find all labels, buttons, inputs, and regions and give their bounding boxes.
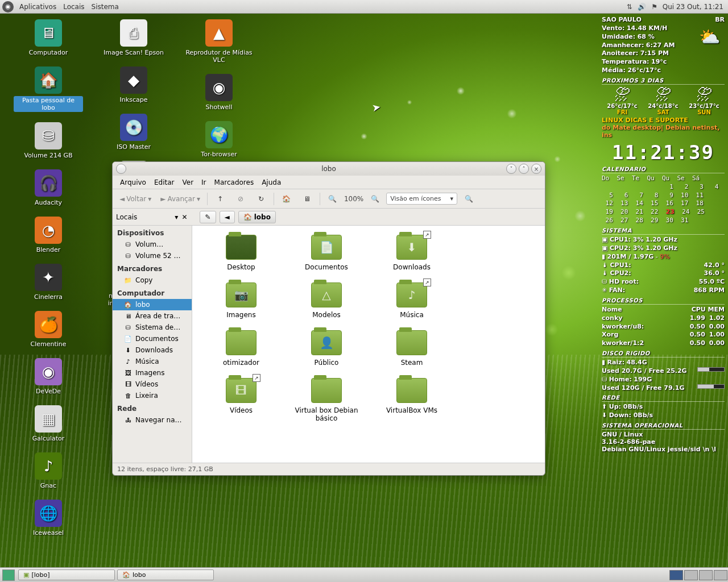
menubar-item[interactable]: Ir: [197, 178, 210, 186]
file-item[interactable]: VirtualBox VMs: [372, 378, 452, 422]
sidebar: Dispositivos⛁Volum…⛁Volume 52 …Marcadore…: [113, 226, 192, 463]
file-manager-window: lobo ˅ ˄ × ArquivoEditarVerIrMarcadoresA…: [112, 161, 545, 476]
sidebar-item[interactable]: 🏠lobo: [113, 299, 192, 310]
file-item[interactable]: Steam: [372, 330, 452, 367]
sidebar-item[interactable]: ⛁Volum…: [113, 239, 192, 250]
sidebar-item[interactable]: ⛁Volume 52 …: [113, 250, 192, 261]
sidebar-item[interactable]: ⛁Sistema de…: [113, 322, 192, 333]
sidebar-item[interactable]: 🖧Navegar na…: [113, 414, 192, 426]
show-desktop-button[interactable]: [2, 569, 15, 581]
workspace-3[interactable]: [699, 570, 713, 580]
up-button[interactable]: ↑: [211, 191, 229, 207]
taskbar-item[interactable]: ▣[lobo]: [18, 569, 115, 580]
desktop-icon[interactable]: 💿ISO Master: [97, 111, 171, 153]
sidebar-item[interactable]: 🖥Área de tra…: [113, 310, 192, 322]
zoom-label: 100%: [344, 195, 363, 203]
system-tray: ⇅ 🔊 ⚑ Qui 23 Out, 11:21: [625, 2, 728, 11]
places-close-icon[interactable]: ✕: [181, 213, 187, 221]
desktop-icon[interactable]: ⎙Image Scan! Epson: [97, 17, 171, 59]
desktop-icon[interactable]: 🖥Computador: [11, 17, 85, 59]
sidebar-item[interactable]: 🖼Imagens: [113, 367, 192, 379]
path-crumb-lobo[interactable]: 🏠lobo: [238, 211, 276, 223]
desktop-icon[interactable]: ✦Cinelerra: [11, 261, 85, 303]
desktop-icon[interactable]: 🎧Audacity: [11, 167, 85, 209]
desktop-icon[interactable]: ◉DeVeDe: [11, 356, 85, 397]
main-menu-icon[interactable]: ◉: [2, 1, 14, 13]
taskbar-item[interactable]: 🏠lobo: [117, 569, 214, 580]
file-item[interactable]: 🎞↗Vídeos: [201, 378, 281, 422]
menubar: ArquivoEditarVerIrMarcadoresAjuda: [113, 176, 545, 189]
menu-aplicativos[interactable]: Aplicativos: [16, 3, 60, 11]
file-grid[interactable]: Desktop📄Documentos⬇↗Downloads📷Imagens△Mo…: [192, 226, 545, 463]
menu-locais[interactable]: Locais: [60, 3, 88, 11]
desktop-icon[interactable]: ♪Gnac: [11, 450, 85, 492]
statusbar: 12 itens, espaço livre: 27,1 GB: [113, 463, 545, 475]
desktop-icon[interactable]: 🌍Tor-browser: [182, 119, 256, 160]
desktop-icon[interactable]: ◔Blender: [11, 214, 85, 256]
sidebar-header: Marcadores: [113, 261, 192, 275]
file-item[interactable]: 📄Documentos: [287, 235, 366, 271]
file-item[interactable]: ♪↗Música: [372, 282, 452, 319]
close-button[interactable]: ×: [531, 164, 541, 174]
minimize-button[interactable]: ˅: [506, 164, 516, 174]
file-item[interactable]: 👤Público: [287, 330, 366, 367]
view-mode-select[interactable]: Visão em ícones▾: [386, 193, 457, 205]
desktop-icon[interactable]: ▲Reprodutor de Mídias VLC: [182, 17, 256, 66]
conky-overlay: SAO PAULOBR ⛅ Vento: 14.48 KM/H Umidade:…: [602, 16, 725, 453]
desktop-icon[interactable]: ◆Inkscape: [97, 64, 171, 106]
desktop-icon[interactable]: ⛁Volume 214 GB: [11, 120, 85, 161]
sidebar-item[interactable]: 🎞Vídeos: [113, 379, 192, 390]
desktop-icon[interactable]: 🍊Clementine: [11, 309, 85, 350]
clock-label[interactable]: Qui 23 Out, 11:21: [663, 3, 723, 11]
file-item[interactable]: △Modelos: [287, 282, 366, 319]
file-item[interactable]: Virtual box Debian básico: [287, 378, 366, 422]
menubar-item[interactable]: Editar: [150, 178, 179, 186]
file-item[interactable]: otimizador: [201, 330, 281, 367]
search-button[interactable]: 🔍: [460, 191, 478, 207]
menubar-item[interactable]: Marcadores: [210, 178, 258, 186]
file-item[interactable]: 📷Imagens: [201, 282, 281, 319]
desktop-icon[interactable]: ◉Shotwell: [182, 72, 256, 113]
sidebar-header: Dispositivos: [113, 226, 192, 239]
sidebar-item[interactable]: 🗑Lixeira: [113, 390, 192, 401]
zoom-out-button[interactable]: 🔍: [324, 191, 342, 207]
sidebar-item[interactable]: 📁Copy: [113, 275, 192, 286]
titlebar-menu-icon[interactable]: [116, 164, 126, 174]
file-item[interactable]: Desktop: [201, 235, 281, 271]
computer-button[interactable]: 🖥: [298, 191, 316, 207]
sidebar-item[interactable]: ⬇Downloads: [113, 344, 192, 356]
updates-icon[interactable]: ⚑: [650, 2, 659, 11]
reload-button[interactable]: ↻: [252, 191, 270, 207]
places-dropdown-icon[interactable]: ▾: [175, 213, 178, 221]
forward-button[interactable]: ► Avançar ▾: [157, 193, 204, 205]
maximize-button[interactable]: ˄: [519, 164, 529, 174]
back-button[interactable]: ◄ Voltar ▾: [116, 193, 155, 205]
zoom-in-button[interactable]: 🔍: [366, 191, 384, 207]
workspace-4[interactable]: [714, 570, 727, 580]
desktop-icon[interactable]: ▦Galculator: [11, 403, 85, 444]
titlebar[interactable]: lobo ˅ ˄ ×: [113, 162, 545, 176]
path-back-crumb[interactable]: ◄: [220, 211, 235, 223]
path-edit-button[interactable]: ✎: [200, 211, 216, 223]
calendar: Do Se Te Qu Qu Se Sá 1 2 3 4 5 6 7 8 9 1…: [602, 174, 725, 225]
desktop-icon[interactable]: 🏠Pasta pessoal de lobo: [11, 64, 85, 114]
menu-sistema[interactable]: Sistema: [88, 3, 122, 11]
location-bar: Locais ▾ ✕ ✎ ◄ 🏠lobo: [113, 209, 545, 226]
network-icon[interactable]: ⇅: [625, 2, 634, 11]
volume-icon[interactable]: 🔊: [638, 2, 647, 11]
home-button[interactable]: 🏠: [278, 191, 296, 207]
sidebar-item[interactable]: 📄Documentos: [113, 333, 192, 344]
digital-clock: 11:21:39: [602, 141, 725, 164]
sidebar-item[interactable]: ♪Música: [113, 356, 192, 367]
top-panel: ◉ Aplicativos Locais Sistema ⇅ 🔊 ⚑ Qui 2…: [0, 0, 728, 14]
menubar-item[interactable]: Ver: [178, 178, 197, 186]
sidebar-header: Computador: [113, 286, 192, 299]
stop-button[interactable]: ⊘: [231, 191, 250, 207]
menubar-item[interactable]: Arquivo: [116, 178, 150, 186]
menubar-item[interactable]: Ajuda: [258, 178, 285, 186]
workspace-2[interactable]: [684, 570, 698, 580]
file-item[interactable]: ⬇↗Downloads: [372, 235, 452, 271]
workspace-1[interactable]: [669, 570, 683, 580]
desktop-icon[interactable]: 🌐Iceweasel: [11, 497, 85, 539]
sidebar-header: Rede: [113, 401, 192, 414]
